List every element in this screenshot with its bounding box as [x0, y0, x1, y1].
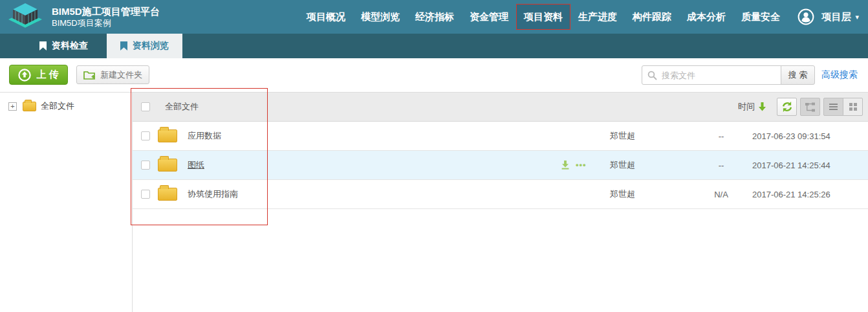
nav-item-production-progress[interactable]: 生产进度 — [570, 4, 625, 30]
main-area: + 全部文件 全部文件 时间 — [0, 93, 868, 312]
advanced-search-link[interactable]: 高级搜索 — [821, 69, 858, 81]
new-folder-icon — [83, 70, 96, 80]
search-input[interactable] — [642, 65, 781, 85]
search-icon — [647, 71, 657, 83]
nav-item-fund-management[interactable]: 资金管理 — [462, 4, 516, 30]
bookmark-icon — [39, 41, 47, 50]
app-title: BIM5D施工项目管理平台 — [52, 5, 160, 17]
tree-node-all-files[interactable]: + 全部文件 — [0, 98, 132, 114]
size-cell: -- — [700, 131, 742, 141]
list-view-button[interactable] — [823, 98, 843, 116]
list-view-icon — [829, 104, 838, 110]
search-box — [642, 65, 781, 85]
file-list-header: 全部文件 时间 — [133, 93, 868, 122]
owner-cell: 郑世超 — [610, 188, 635, 200]
nav-item-quality-safety[interactable]: 质量安全 — [733, 4, 788, 30]
table-row[interactable]: 应用数据 郑世超 -- 2017-06-23 09:31:54 — [133, 122, 868, 151]
bim5d-logo-icon — [6, 3, 44, 31]
file-list: 全部文件 时间 — [133, 93, 868, 312]
table-row[interactable]: 协筑使用指南 郑世超 N/A 2017-06-21 14:25:26 — [133, 180, 868, 209]
tab-label: 资料浏览 — [133, 40, 169, 52]
view-toggle-group — [823, 98, 863, 116]
user-menu[interactable]: 项目层 ▾ — [797, 0, 859, 34]
upload-label: 上 传 — [36, 69, 58, 81]
nav-item-component-tracking[interactable]: 构件跟踪 — [625, 4, 679, 30]
sub-tab-bar: 资料检查 资料浏览 — [0, 34, 868, 58]
top-header-bar: BIM5D施工项目管理平台 BIM5D项目案例 项目概况 模型浏览 经济指标 资… — [0, 0, 868, 34]
refresh-button[interactable] — [777, 98, 797, 116]
sort-column-label[interactable]: 时间 — [738, 101, 755, 113]
select-all-label: 全部文件 — [165, 101, 199, 113]
grid-view-icon — [849, 103, 852, 106]
owner-cell: 郑世超 — [610, 130, 635, 142]
download-icon[interactable] — [561, 161, 570, 170]
file-name-link[interactable]: 应用数据 — [188, 130, 221, 142]
time-cell: 2017-06-21 14:25:26 — [752, 190, 830, 199]
tree-expand-icon[interactable]: + — [8, 102, 17, 111]
nav-item-cost-analysis[interactable]: 成本分析 — [679, 4, 733, 30]
nav-item-model-browse[interactable]: 模型浏览 — [353, 4, 407, 30]
folder-icon — [23, 102, 36, 111]
more-actions-icon[interactable]: ••• — [576, 162, 587, 168]
tab-label: 资料检查 — [52, 40, 88, 52]
upload-icon — [18, 69, 31, 82]
row-checkbox[interactable] — [141, 161, 150, 170]
app-window: BIM5D施工项目管理平台 BIM5D项目案例 项目概况 模型浏览 经济指标 资… — [0, 0, 868, 312]
app-titles: BIM5D施工项目管理平台 BIM5D项目案例 — [52, 5, 160, 28]
sort-desc-arrow-icon[interactable] — [758, 102, 766, 111]
file-toolbar: 上 传 新建文件夹 搜 索 高级搜索 — [0, 58, 868, 93]
grid-view-button[interactable] — [843, 98, 863, 116]
owner-cell: 郑世超 — [610, 159, 635, 171]
folder-icon — [158, 159, 177, 172]
tree-node-label: 全部文件 — [41, 100, 74, 112]
time-cell: 2017-06-21 14:25:44 — [752, 161, 830, 170]
upload-button[interactable]: 上 传 — [9, 65, 68, 85]
main-nav: 项目概况 模型浏览 经济指标 资金管理 项目资料 生产进度 构件跟踪 成本分析 … — [299, 0, 788, 34]
bookmark-icon — [120, 41, 127, 50]
nav-item-project-overview[interactable]: 项目概况 — [299, 4, 353, 30]
tree-view-button[interactable] — [800, 98, 820, 116]
new-folder-button[interactable]: 新建文件夹 — [76, 65, 149, 84]
search-area: 搜 索 高级搜索 — [642, 65, 858, 85]
table-row-hovered[interactable]: 图纸 ••• 郑世超 -- 2017-06-21 14:25:44 — [133, 151, 868, 180]
nav-item-economic-index[interactable]: 经济指标 — [407, 4, 462, 30]
file-name-link[interactable]: 协筑使用指南 — [188, 188, 238, 200]
project-subtitle: BIM5D项目案例 — [52, 17, 160, 28]
row-actions: ••• — [561, 161, 587, 170]
tab-document-browse[interactable]: 资料浏览 — [107, 34, 182, 58]
nav-item-project-documents[interactable]: 项目资料 — [516, 4, 570, 30]
user-avatar-icon — [797, 8, 814, 25]
new-folder-label: 新建文件夹 — [100, 69, 142, 81]
size-cell: N/A — [700, 190, 742, 199]
select-all-checkbox[interactable] — [141, 102, 150, 111]
row-checkbox[interactable] — [141, 190, 150, 199]
user-role-label[interactable]: 项目层 — [821, 11, 851, 23]
time-cell: 2017-06-23 09:31:54 — [752, 131, 830, 141]
chevron-down-icon: ▾ — [855, 13, 859, 21]
folder-icon — [158, 188, 177, 201]
tab-document-check[interactable]: 资料检查 — [26, 34, 102, 58]
list-controls: 时间 — [738, 98, 863, 116]
folder-icon — [158, 129, 177, 142]
size-cell: -- — [700, 161, 742, 170]
row-checkbox[interactable] — [141, 131, 150, 140]
folder-tree-panel: + 全部文件 — [0, 93, 133, 312]
search-button[interactable]: 搜 索 — [781, 65, 815, 85]
file-name-link[interactable]: 图纸 — [188, 159, 204, 171]
